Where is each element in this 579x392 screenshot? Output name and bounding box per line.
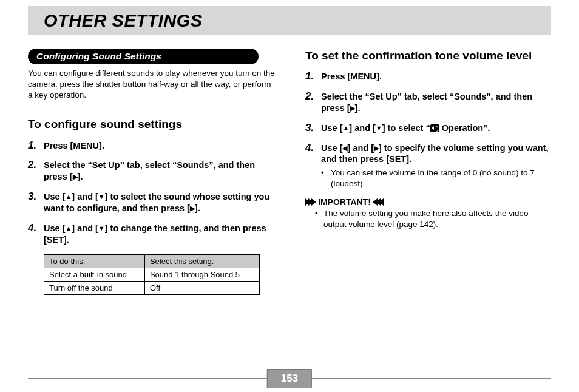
step-number: 3.: [305, 123, 321, 134]
left-column: Configuring Sound Settings You can confi…: [28, 49, 289, 295]
sound-icon: [430, 124, 439, 132]
step-number: 4.: [28, 223, 44, 234]
table-row: Turn off the sound Off: [44, 281, 260, 294]
up-arrow-icon: [65, 192, 72, 201]
table-row: Select a built-in sound Sound 1 through …: [44, 268, 260, 281]
down-arrow-icon: [376, 123, 382, 133]
flair-left-icon: [374, 198, 384, 206]
step-text: Press [MENU].: [321, 71, 550, 83]
step-item: 2. Select the “Set Up” tab, select “Soun…: [305, 91, 550, 114]
right-column: To set the confirmation tone volume leve…: [289, 49, 550, 295]
step-number: 3.: [28, 191, 44, 203]
step-text: Select the “Set Up” tab, select “Sounds”…: [321, 91, 550, 114]
step-item: 3. Use [] and [] to select the sound who…: [28, 191, 277, 214]
table-cell: Off: [144, 281, 259, 294]
left-steps-list: 1. Press [MENU]. 2. Select the “Set Up” …: [28, 140, 277, 246]
right-arrow-icon: [73, 172, 78, 181]
step-text: Select the “Set Up” tab, select “Sounds”…: [44, 160, 277, 183]
up-arrow-icon: [342, 123, 349, 133]
down-arrow-icon: [98, 223, 105, 233]
step-item: 1. Press [MENU].: [28, 140, 277, 152]
table-header-cell: Select this setting:: [144, 254, 259, 268]
step-sub-bullet: • You can set the volume in the range of…: [321, 167, 550, 189]
table-cell: Select a built-in sound: [44, 268, 145, 281]
step-number: 2.: [305, 91, 321, 103]
important-callout-header: IMPORTANT!: [305, 197, 550, 207]
step-text: Use [] and [] to change the setting, and…: [44, 223, 277, 246]
section-intro-text: You can configure different sounds to pl…: [28, 68, 277, 100]
table-cell: Turn off the sound: [44, 281, 145, 294]
important-label: IMPORTANT!: [318, 197, 371, 207]
right-subheading: To set the confirmation tone volume leve…: [305, 49, 550, 63]
bullet-icon: •: [321, 167, 331, 189]
important-text: The volume setting you make here also af…: [323, 208, 550, 230]
step-number: 1.: [305, 71, 321, 83]
step-text: Use [] and [] to specify the volume sett…: [321, 143, 550, 166]
step-number: 4.: [305, 143, 321, 154]
table-header-row: To do this: Select this setting:: [44, 254, 260, 268]
table-cell: Sound 1 through Sound 5: [144, 268, 259, 281]
sub-bullet-text: You can set the volume in the range of 0…: [331, 167, 550, 189]
content-columns: Configuring Sound Settings You can confi…: [28, 49, 551, 295]
right-arrow-icon: [350, 103, 355, 113]
step-item: 3. Use [] and [] to select “ Operation”.: [305, 123, 550, 134]
step-item: 2. Select the “Set Up” tab, select “Soun…: [28, 160, 277, 183]
settings-table: To do this: Select this setting: Select …: [44, 254, 260, 295]
flair-right-icon: [305, 198, 314, 206]
page-title: OTHER SETTINGS: [44, 11, 203, 30]
important-body: • The volume setting you make here also …: [315, 208, 550, 230]
down-arrow-icon: [98, 192, 105, 201]
left-subheading: To configure sound settings: [28, 117, 277, 131]
step-item: 4. Use [] and [] to change the setting, …: [28, 223, 277, 246]
right-arrow-icon: [190, 203, 195, 213]
step-number: 2.: [28, 160, 44, 171]
section-heading-pill: Configuring Sound Settings: [28, 49, 259, 64]
step-item: 1. Press [MENU].: [305, 71, 550, 83]
step-text: Use [] and [] to select “ Operation”.: [321, 123, 550, 134]
up-arrow-icon: [65, 223, 72, 233]
step-text: Press [MENU].: [44, 140, 277, 152]
table-header-cell: To do this:: [44, 254, 145, 268]
title-bar: OTHER SETTINGS: [28, 6, 551, 35]
right-arrow-icon: [374, 143, 379, 153]
bullet-icon: •: [315, 208, 323, 230]
step-number: 1.: [28, 140, 44, 152]
step-text: Use [] and [] to select the sound whose …: [44, 191, 277, 214]
page-number: 153: [267, 369, 312, 388]
page-footer: 153: [28, 378, 551, 379]
step-item: 4. Use [] and [] to specify the volume s…: [305, 143, 550, 166]
manual-page: OTHER SETTINGS Configuring Sound Setting…: [0, 0, 579, 392]
right-steps-list: 1. Press [MENU]. 2. Select the “Set Up” …: [305, 71, 550, 165]
left-arrow-icon: [342, 143, 347, 153]
